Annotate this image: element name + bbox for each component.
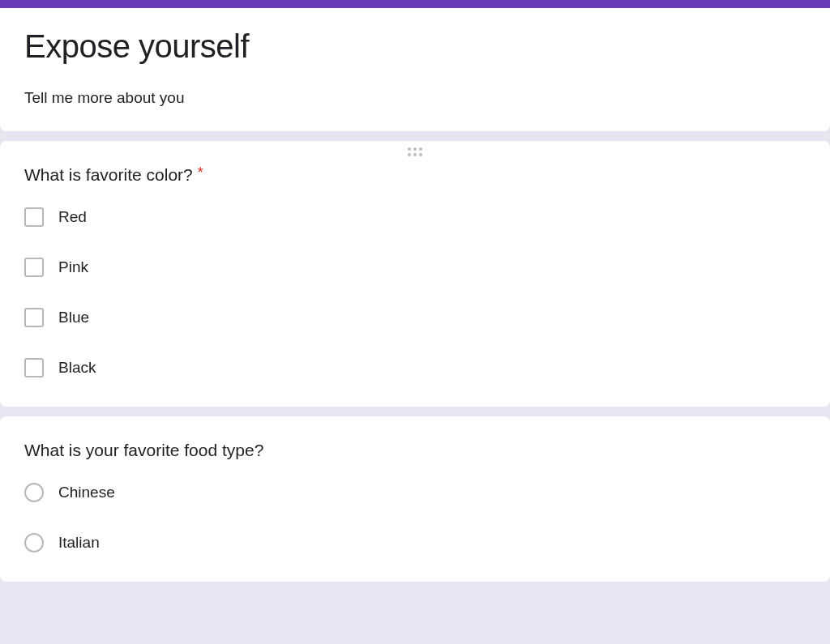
option-label: Blue <box>58 309 89 326</box>
question-title: What is favorite color? * <box>24 165 806 185</box>
question-card-2[interactable]: What is your favorite food type? Chinese… <box>0 416 830 582</box>
checkbox-input[interactable] <box>24 258 44 277</box>
option-row: Blue <box>24 308 806 327</box>
option-row: Red <box>24 207 806 227</box>
form-description: Tell me more about you <box>24 89 806 107</box>
question-title-text: What is favorite color? <box>24 165 193 185</box>
option-row: Pink <box>24 258 806 277</box>
option-row: Italian <box>24 533 806 552</box>
radio-input[interactable] <box>24 483 44 502</box>
checkbox-input[interactable] <box>24 358 44 377</box>
option-label: Pink <box>58 258 88 276</box>
option-label: Chinese <box>58 484 115 501</box>
question-card-1[interactable]: What is favorite color? * Red Pink Blue … <box>0 141 830 407</box>
option-row: Black <box>24 358 806 377</box>
form-title: Expose yourself <box>24 26 806 66</box>
required-asterisk-icon: * <box>198 164 203 181</box>
option-label: Black <box>58 359 96 377</box>
option-row: Chinese <box>24 483 806 502</box>
radio-input[interactable] <box>24 533 44 552</box>
option-label: Red <box>58 208 87 226</box>
form-header-card: Expose yourself Tell me more about you <box>0 0 830 131</box>
drag-handle-icon[interactable] <box>408 147 422 156</box>
form-container: Expose yourself Tell me more about you W… <box>0 0 830 582</box>
checkbox-input[interactable] <box>24 207 44 227</box>
question-title: What is your favorite food type? <box>24 441 806 460</box>
question-title-text: What is your favorite food type? <box>24 441 263 460</box>
option-label: Italian <box>58 534 100 552</box>
checkbox-input[interactable] <box>24 308 44 327</box>
